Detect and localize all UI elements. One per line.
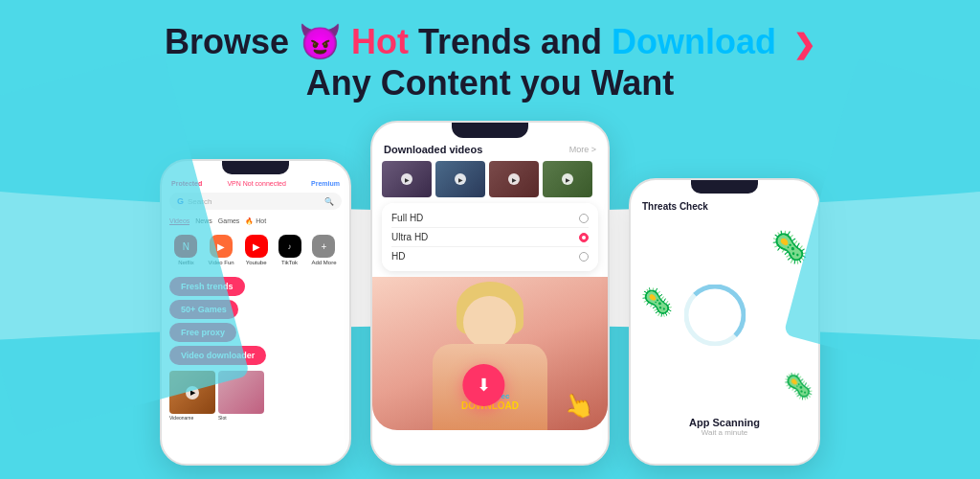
resolution-fullhd[interactable]: Full HD <box>391 209 589 228</box>
radio-hd[interactable] <box>579 252 589 262</box>
app-addmore[interactable]: + Add More <box>311 235 336 265</box>
thumb-label-1: Videoname <box>169 414 215 422</box>
search-icon: 🔍 <box>324 197 334 206</box>
fullhd-label: Full HD <box>391 213 423 223</box>
arrow-icon: ❮ <box>793 29 815 61</box>
middle-phone: Downloaded videos More > ▶ ▶ ▶ ▶ <box>370 121 610 466</box>
download-button[interactable]: ⬇ <box>462 364 504 406</box>
premium-label: Premium <box>311 180 340 187</box>
tiktok-label: TikTok <box>281 260 298 265</box>
video-thumbs-row: ▶ ▶ ▶ ▶ <box>372 161 608 197</box>
addmore-icon: + <box>312 235 335 258</box>
vpn-label: VPN Not connected <box>227 180 285 187</box>
tiktok-icon: ♪ <box>278 235 301 258</box>
hot-icon: 😈 <box>299 22 342 61</box>
vid-thumb-2: ▶ <box>435 161 485 197</box>
resolution-hd[interactable]: HD <box>391 247 589 265</box>
scanning-label-area: App Scanning Wait a minute <box>631 411 818 443</box>
play-btn-4: ▶ <box>562 173 573 185</box>
downloaded-label: Downloaded videos <box>384 144 482 155</box>
person-image-area: 248mb/sec DOWNLOAD ⬇ 👆 <box>372 277 608 430</box>
virus-icon-3: 🦠 <box>783 372 813 401</box>
thumb-label-2: Slot <box>218 414 264 422</box>
tab-games[interactable]: Games <box>218 217 240 225</box>
spinner-ring <box>684 285 746 347</box>
youtube-label: Youtube <box>246 260 267 265</box>
wait-label: Wait a minute <box>636 428 813 437</box>
app-scanning-label: App Scanning <box>636 417 813 428</box>
resolution-ultrahd[interactable]: Ultra HD <box>391 228 589 247</box>
cursor-hand-icon: 👆 <box>559 387 598 425</box>
app-youtube[interactable]: ▶ Youtube <box>245 235 268 265</box>
play-btn-2: ▶ <box>455 173 466 185</box>
vid-thumb-4: ▶ <box>543 161 592 197</box>
tab-hot[interactable]: 🔥 Hot <box>245 217 266 225</box>
youtube-icon: ▶ <box>245 235 268 258</box>
radio-ultrahd[interactable] <box>579 233 589 242</box>
radio-fullhd[interactable] <box>579 214 589 223</box>
play-btn-3: ▶ <box>508 173 520 185</box>
header-section: Browse 😈 Hot Trends and Download ❮ Any C… <box>0 0 980 103</box>
headline-middle: Trends and <box>418 22 612 61</box>
notch-right <box>691 180 758 194</box>
addmore-label: Add More <box>311 260 336 265</box>
virus-icon-2: 🦠 <box>640 286 674 318</box>
resolution-panel: Full HD Ultra HD HD <box>382 203 598 271</box>
headline-line2: Any Content you Want <box>0 62 980 103</box>
app-tiktok[interactable]: ♪ TikTok <box>278 235 301 265</box>
hd-label: HD <box>391 251 405 262</box>
more-link[interactable]: More > <box>569 145 596 154</box>
ultrahd-label: Ultra HD <box>391 232 428 242</box>
headline-line1: Browse 😈 Hot Trends and Download ❮ <box>0 21 980 62</box>
notch-left <box>222 161 289 174</box>
download-word: Download <box>612 22 776 61</box>
vid-thumb-1: ▶ <box>382 161 432 197</box>
hot-word: Hot <box>351 22 409 61</box>
vid-thumb-3: ▶ <box>489 161 539 197</box>
play-btn-1: ▶ <box>401 173 412 185</box>
face-shape <box>463 296 516 349</box>
notch-middle <box>452 123 528 138</box>
headline-prefix: Browse <box>165 22 299 61</box>
